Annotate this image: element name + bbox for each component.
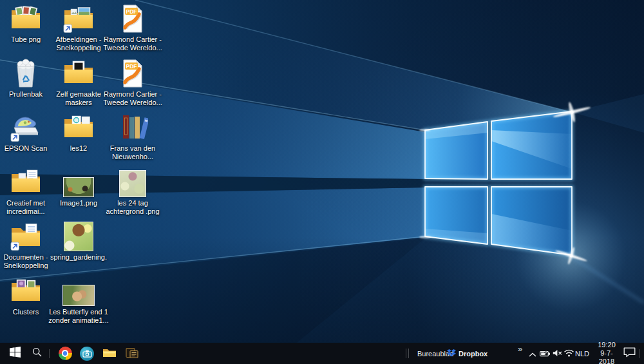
folder-files-icon [53, 113, 104, 142]
desktop-icon-documenten[interactable]: Documenten - Snelkoppeling [0, 222, 52, 276]
desktop-icon-epson-scan[interactable]: EPSON Scan [0, 113, 52, 167]
dropbox-icon [447, 348, 456, 359]
desktop-icon-label: Raymond Cartier - Tweede Wereldo... [98, 35, 167, 52]
windows-logo-icon [10, 347, 21, 360]
pdf-file-icon: PDF [107, 4, 158, 34]
taskbar: Bureaublad Dropbox » [0, 343, 644, 364]
desktop-icon-creatief-met[interactable]: Creatief met incredimai... [0, 168, 52, 222]
pdf-file-icon: PDF [107, 59, 158, 88]
taskbar-camera-app-button[interactable] [79, 343, 95, 364]
desktop-icon-les12[interactable]: les12 [53, 113, 104, 167]
show-desktop-button[interactable] [639, 349, 640, 358]
taskbar-chrome-button[interactable] [57, 343, 73, 364]
desktop-icon-pdf-raymond-2[interactable]: PDF Raymond Cartier - Tweede Wereldo... [107, 59, 158, 113]
volume-muted-icon [553, 348, 562, 359]
image-thumbnail-icon [53, 276, 104, 306]
desktop-icon-les-butterfly[interactable]: Les Butterfly end 1 zonder animatie1... [53, 276, 104, 330]
clock-time: 19:20 [598, 341, 616, 349]
folder-documents-icon [0, 168, 52, 197]
volume-tray-button[interactable] [551, 343, 563, 364]
desktop-icon-pdf-raymond-1[interactable]: PDF Raymond Cartier - Tweede Wereldo... [107, 4, 158, 58]
desktop-icon-label: spring_gardening. [44, 253, 113, 262]
folder-images-shortcut-icon [53, 4, 104, 34]
language-indicator[interactable]: NLD [575, 343, 589, 364]
folder-images-icon [0, 4, 52, 34]
clock-date: 9-7-2018 [592, 349, 621, 364]
wifi-icon [564, 348, 574, 359]
desktop-icon-afbeeldingen[interactable]: Afbeeldingen - Snelkoppeling [53, 4, 104, 58]
folder-photo-icon [53, 59, 104, 88]
action-center-button[interactable] [621, 343, 638, 364]
start-button[interactable] [0, 343, 30, 364]
camera-app-icon [80, 347, 94, 361]
desktop-icon-spring-gardening[interactable]: spring_gardening. [53, 222, 104, 276]
svg-text:PDF: PDF [126, 63, 137, 70]
desktop-icon-label: Frans van den Nieuwenho... [98, 144, 167, 161]
taskbar-app-button[interactable] [124, 343, 140, 364]
recycle-bin-icon [0, 59, 52, 88]
ornate-app-icon [126, 346, 138, 361]
clock[interactable]: 19:20 9-7-2018 [592, 343, 621, 364]
dropbox-label[interactable]: Dropbox [459, 343, 488, 364]
folder-document-shortcut-icon [0, 222, 52, 251]
search-icon [32, 347, 42, 359]
search-button[interactable] [28, 343, 45, 364]
dropbox-item[interactable] [447, 343, 456, 364]
image-thumbnail-icon [53, 222, 104, 251]
desktop-icon-zelf-gemaakte-maskers[interactable]: Zelf gemaakte maskers [53, 59, 104, 113]
svg-text:PDF: PDF [126, 8, 137, 15]
taskbar-divider [49, 349, 50, 358]
battery-charging-icon [540, 348, 551, 359]
image-thumbnail-icon [53, 168, 104, 197]
action-center-icon [623, 347, 636, 360]
desktop: Tube png Afbeeldingen - Snelkoppeling [0, 0, 167, 343]
image-thumbnail-icon [107, 168, 158, 197]
desktop-icon-les-24-tag[interactable]: les 24 tag achtergrond .png [107, 168, 158, 222]
show-hidden-icons-button[interactable] [527, 343, 538, 364]
toolbar-overflow-chevron[interactable]: » [518, 344, 522, 354]
desktop-icon-image1-png[interactable]: Image1.png [53, 168, 104, 222]
battery-tray-button[interactable] [538, 343, 551, 364]
desktop-icon-label: Les Butterfly end 1 zonder animatie1... [44, 308, 113, 325]
scanner-shortcut-icon [0, 113, 52, 142]
chrome-icon [59, 347, 72, 360]
network-tray-button[interactable] [563, 343, 575, 364]
toolbar-gripper[interactable] [406, 349, 409, 358]
folder-photos-icon [0, 276, 52, 306]
file-explorer-icon [102, 347, 117, 361]
desktop-icon-frans-van-den[interactable]: Frans van den Nieuwenho... [107, 113, 158, 167]
desktop-icon-label: Raymond Cartier - Tweede Wereldo... [98, 90, 167, 107]
chevron-up-icon [529, 348, 536, 359]
books-icon [107, 113, 158, 142]
taskbar-file-explorer-button[interactable] [101, 343, 118, 364]
desktop-icon-label: les 24 tag achtergrond .png [98, 199, 167, 216]
